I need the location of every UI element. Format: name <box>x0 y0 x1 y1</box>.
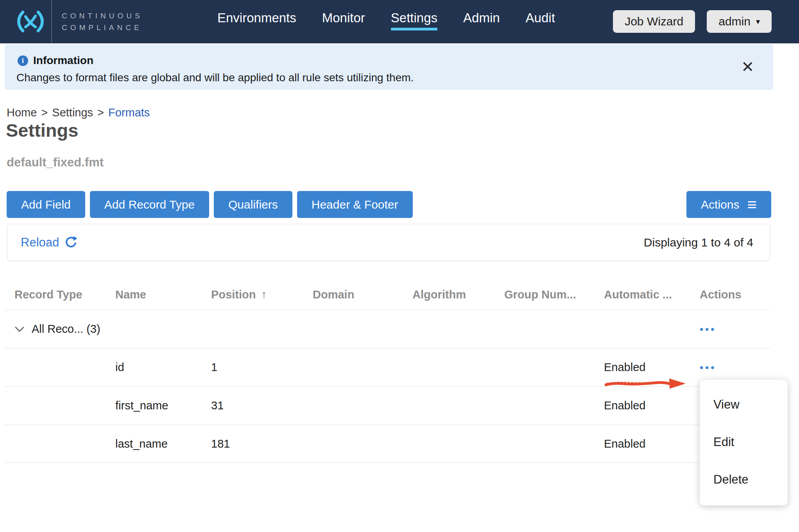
actions-cell: ••• <box>700 361 770 374</box>
information-banner: i Information Changes to format files ar… <box>5 44 773 90</box>
table-header-row: Record Type Name Position ↑ Domain Algor… <box>5 279 770 310</box>
displaying-count: Displaying 1 to 4 of 4 <box>644 224 753 261</box>
navbar-right-group: Job Wizard admin ▾ <box>613 10 772 33</box>
menu-item-view[interactable]: View <box>700 386 788 423</box>
position-cell: 1 <box>211 361 313 374</box>
column-header-automatic[interactable]: Automatic ... <box>604 288 700 301</box>
column-header-name[interactable]: Name <box>115 288 211 301</box>
automatic-cell: Enabled <box>604 437 700 450</box>
automatic-cell: Enabled <box>604 361 700 374</box>
row-actions-context-menu: View Edit Delete <box>700 380 788 505</box>
job-wizard-button[interactable]: Job Wizard <box>613 10 695 33</box>
banner-message: Changes to format files are global and w… <box>16 71 414 84</box>
breadcrumb-formats[interactable]: Formats <box>108 106 150 119</box>
reload-label: Reload <box>21 236 59 250</box>
column-header-domain[interactable]: Domain <box>313 288 412 301</box>
actions-label: Actions <box>701 198 739 211</box>
name-cell: last_name <box>115 437 211 450</box>
settings-formats-page: CONTINUOUS COMPLIANCE Environments Monit… <box>0 0 799 532</box>
breadcrumb-separator: > <box>97 106 104 119</box>
position-cell: 31 <box>211 399 313 412</box>
record-type-cell: All Reco... (3) <box>14 323 115 336</box>
banner-title: Information <box>33 54 93 67</box>
add-field-button[interactable]: Add Field <box>7 191 85 218</box>
breadcrumb-settings[interactable]: Settings <box>52 106 93 119</box>
page-title: Settings <box>6 120 78 141</box>
user-menu-button[interactable]: admin ▾ <box>707 10 772 33</box>
automatic-cell: Enabled <box>604 399 700 412</box>
brand-wordmark: CONTINUOUS COMPLIANCE <box>62 10 143 34</box>
banner-header: i Information <box>18 54 93 67</box>
format-toolbar: Add Field Add Record Type Qualifiers Hea… <box>7 191 413 218</box>
row-actions-ellipsis-icon[interactable]: ••• <box>700 323 716 336</box>
column-header-position-label: Position <box>211 288 256 301</box>
menu-item-delete[interactable]: Delete <box>700 461 788 498</box>
name-cell: id <box>115 361 211 374</box>
annotation-arrow-icon <box>604 374 688 393</box>
column-header-actions: Actions <box>700 288 770 301</box>
brand-logo-icon[interactable] <box>14 6 47 38</box>
brand-line1: CONTINUOUS <box>62 10 143 22</box>
chevron-down-icon[interactable] <box>14 326 25 332</box>
nav-item-audit[interactable]: Audit <box>526 11 555 30</box>
menu-item-edit[interactable]: Edit <box>700 423 788 461</box>
list-controls-bar: Reload Displaying 1 to 4 of 4 <box>7 224 770 261</box>
navbar-divider <box>51 0 52 43</box>
column-header-group-number[interactable]: Group Num... <box>504 288 604 301</box>
breadcrumb: Home > Settings > Formats <box>7 106 150 119</box>
brand-line2: COMPLIANCE <box>62 22 143 34</box>
add-record-type-button[interactable]: Add Record Type <box>90 191 209 218</box>
nav-item-environments[interactable]: Environments <box>217 11 296 30</box>
breadcrumb-separator: > <box>41 106 48 119</box>
user-menu-label: admin <box>718 15 751 28</box>
row-actions-ellipsis-icon[interactable]: ••• <box>700 362 716 374</box>
name-cell: first_name <box>115 399 211 412</box>
actions-cell: ••• <box>700 323 770 336</box>
column-header-algorithm[interactable]: Algorithm <box>412 288 504 301</box>
main-navigation: Environments Monitor Settings Admin Audi… <box>217 11 555 30</box>
qualifiers-button[interactable]: Qualifiers <box>214 191 292 218</box>
sort-ascending-icon: ↑ <box>261 288 267 301</box>
info-icon: i <box>18 55 28 66</box>
fields-table: Record Type Name Position ↑ Domain Algor… <box>5 279 770 463</box>
hamburger-icon: ≡ <box>747 199 757 211</box>
column-header-position[interactable]: Position ↑ <box>211 288 313 301</box>
position-cell: 181 <box>211 437 313 450</box>
top-navbar: CONTINUOUS COMPLIANCE Environments Monit… <box>0 0 799 43</box>
nav-item-admin[interactable]: Admin <box>463 11 500 30</box>
format-file-name: default_fixed.fmt <box>7 155 104 170</box>
reload-button[interactable]: Reload <box>21 224 78 261</box>
column-header-actions-label: Actions <box>700 288 741 301</box>
caret-down-icon: ▾ <box>756 17 760 26</box>
column-header-record-type[interactable]: Record Type <box>14 288 115 301</box>
record-type-label: All Reco... (3) <box>32 323 100 336</box>
breadcrumb-home[interactable]: Home <box>7 106 37 119</box>
table-row-group: All Reco... (3) ••• <box>5 310 770 348</box>
actions-button[interactable]: Actions ≡ <box>686 191 771 218</box>
close-icon[interactable]: ✕ <box>741 59 754 75</box>
nav-item-monitor[interactable]: Monitor <box>322 11 365 30</box>
job-wizard-label: Job Wizard <box>625 15 683 28</box>
reload-icon <box>64 236 78 249</box>
table-row-field-last-name: last_name 181 Enabled <box>5 425 770 463</box>
nav-item-settings[interactable]: Settings <box>391 11 437 30</box>
header-footer-button[interactable]: Header & Footer <box>297 191 413 218</box>
